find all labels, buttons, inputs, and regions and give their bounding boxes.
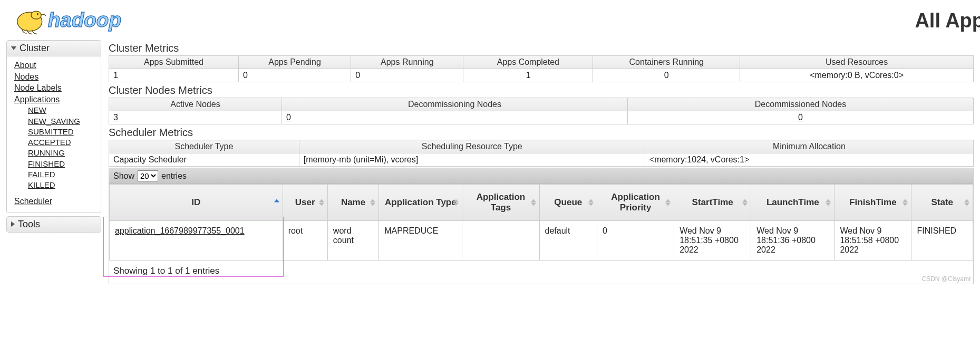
chevron-down-icon	[11, 46, 16, 50]
cell-type: MAPREDUCE	[379, 221, 462, 260]
svg-point-1	[31, 11, 41, 19]
col-apps-running: Apps Running	[351, 56, 463, 69]
section-title-cluster-nodes-metrics: Cluster Nodes Metrics	[109, 84, 974, 97]
table-row: application_1667989977355_0001 root word…	[110, 221, 973, 260]
hadoop-logo: hadoop	[6, 4, 175, 37]
col-queue[interactable]: Queue	[539, 185, 597, 221]
sort-icon	[903, 199, 908, 206]
col-name[interactable]: Name	[327, 185, 379, 221]
sidebar-link-applications[interactable]: Applications	[14, 94, 95, 105]
col-apps-pending: Apps Pending	[239, 56, 351, 69]
entries-select[interactable]: 20	[138, 170, 158, 181]
col-used-resources: Used Resources	[740, 56, 974, 69]
section-title-scheduler-metrics: Scheduler Metrics	[109, 127, 974, 139]
sidebar-panel-cluster: Cluster About Nodes Node Labels Applicat…	[6, 40, 101, 213]
col-containers-running: Containers Running	[593, 56, 740, 69]
val-apps-pending: 0	[239, 69, 351, 82]
sort-icon	[826, 199, 831, 206]
sort-icon	[319, 199, 324, 206]
col-apps-submitted: Apps Submitted	[109, 56, 239, 69]
val-active-nodes: 3	[109, 111, 282, 124]
show-label-post: entries	[161, 171, 187, 181]
val-decommissioned-nodes: 0	[628, 111, 974, 124]
col-scheduler-type: Scheduler Type	[109, 140, 299, 153]
cell-launchtime: Wed Nov 9 18:51:36 +0800 2022	[751, 221, 835, 260]
applications-table-wrap: Show 20 entries ID User Name Application…	[109, 168, 974, 284]
link-active-nodes[interactable]: 3	[113, 113, 118, 122]
sidebar-link-state-finished[interactable]: FINISHED	[28, 159, 95, 169]
sidebar-link-state-new-saving[interactable]: NEW_SAVING	[28, 116, 95, 127]
section-title-cluster-metrics: Cluster Metrics	[109, 42, 974, 54]
sidebar-link-nodes[interactable]: Nodes	[14, 71, 95, 83]
val-scheduler-type: Capacity Scheduler	[109, 153, 299, 167]
show-label-pre: Show	[113, 171, 134, 181]
val-apps-submitted: 1	[109, 69, 239, 82]
scheduler-metrics-table: Scheduler Type Scheduling Resource Type …	[109, 140, 974, 167]
svg-point-2	[37, 13, 38, 15]
col-decommissioning-nodes: Decommissioning Nodes	[282, 98, 628, 111]
col-state[interactable]: State	[911, 185, 973, 221]
cluster-metrics-table: Apps Submitted Apps Pending Apps Running…	[109, 55, 974, 82]
val-decommissioning-nodes: 0	[282, 111, 628, 124]
sidebar-header-cluster[interactable]: Cluster	[7, 41, 101, 56]
cell-tags	[462, 221, 539, 260]
col-starttime[interactable]: StartTime	[674, 185, 751, 221]
col-id[interactable]: ID	[110, 185, 283, 221]
sidebar-link-state-failed[interactable]: FAILED	[28, 169, 95, 180]
sidebar-link-about[interactable]: About	[14, 60, 95, 71]
val-used-resources: <memory:0 B, vCores:0>	[740, 69, 974, 82]
col-application-type[interactable]: Application Type	[379, 185, 462, 221]
val-apps-completed: 1	[463, 69, 593, 82]
watermark: CSDN @Cisyamr	[921, 275, 971, 283]
table-row: 3 0 0	[109, 111, 974, 124]
sidebar-link-node-labels[interactable]: Node Labels	[14, 82, 95, 94]
val-minimum-allocation: <memory:1024, vCores:1>	[645, 153, 973, 167]
sort-icon	[531, 199, 536, 206]
cell-queue: default	[539, 221, 597, 260]
sidebar-link-state-killed[interactable]: KILLED	[28, 180, 95, 190]
sidebar-link-state-submitted[interactable]: SUBMITTED	[28, 127, 95, 137]
sidebar-title-cluster: Cluster	[20, 43, 50, 54]
cell-state: FINISHED	[911, 221, 973, 260]
applications-table-top: Show 20 entries	[109, 168, 973, 184]
svg-text:hadoop: hadoop	[48, 8, 121, 31]
sidebar-link-state-accepted[interactable]: ACCEPTED	[28, 137, 95, 148]
col-decommissioned-nodes: Decommissioned Nodes	[628, 98, 974, 111]
sidebar-title-tools: Tools	[18, 219, 40, 230]
chevron-right-icon	[11, 221, 15, 227]
cell-id: application_1667989977355_0001	[110, 221, 283, 260]
sort-icon	[274, 199, 279, 206]
sidebar-header-tools[interactable]: Tools	[7, 217, 101, 232]
sidebar-link-state-running[interactable]: RUNNING	[28, 148, 95, 158]
sidebar-link-state-new[interactable]: NEW	[28, 105, 95, 115]
cell-user: root	[283, 221, 327, 260]
col-launchtime[interactable]: LaunchTime	[751, 185, 835, 221]
entries-info: Showing 1 to 1 of 1 entries	[113, 266, 219, 276]
val-apps-running: 0	[351, 69, 463, 82]
sort-icon	[588, 199, 594, 206]
col-finishtime[interactable]: FinishTime	[835, 185, 911, 221]
col-application-tags[interactable]: Application Tags	[462, 185, 539, 221]
val-containers-running: 0	[593, 69, 740, 82]
cell-finishtime: Wed Nov 9 18:51:58 +0800 2022	[835, 221, 911, 260]
cell-name: word count	[327, 221, 379, 260]
table-row: Capacity Scheduler [memory-mb (unit=Mi),…	[109, 153, 974, 167]
sort-icon	[453, 199, 459, 206]
application-id-link[interactable]: application_1667989977355_0001	[115, 226, 245, 235]
link-decommissioning-nodes[interactable]: 0	[286, 113, 291, 122]
col-minimum-allocation: Minimum Allocation	[645, 140, 973, 153]
applications-table: ID User Name Application Type Applicatio…	[109, 184, 973, 260]
col-user[interactable]: User	[283, 185, 327, 221]
col-scheduling-resource-type: Scheduling Resource Type	[299, 140, 645, 153]
cell-starttime: Wed Nov 9 18:51:35 +0800 2022	[674, 221, 751, 260]
col-active-nodes: Active Nodes	[109, 98, 282, 111]
cluster-nodes-metrics-table: Active Nodes Decommissioning Nodes Decom…	[109, 98, 974, 124]
applications-table-footer: Showing 1 to 1 of 1 entries CSDN @Cisyam…	[109, 260, 973, 284]
sort-icon	[370, 199, 375, 206]
col-apps-completed: Apps Completed	[463, 56, 593, 69]
sidebar-link-scheduler[interactable]: Scheduler	[14, 196, 95, 207]
col-application-priority[interactable]: Application Priority	[597, 185, 674, 221]
page-title: All App	[915, 9, 980, 32]
table-row: 1 0 0 1 0 <memory:0 B, vCores:0>	[109, 69, 974, 82]
link-decommissioned-nodes[interactable]: 0	[798, 113, 803, 122]
